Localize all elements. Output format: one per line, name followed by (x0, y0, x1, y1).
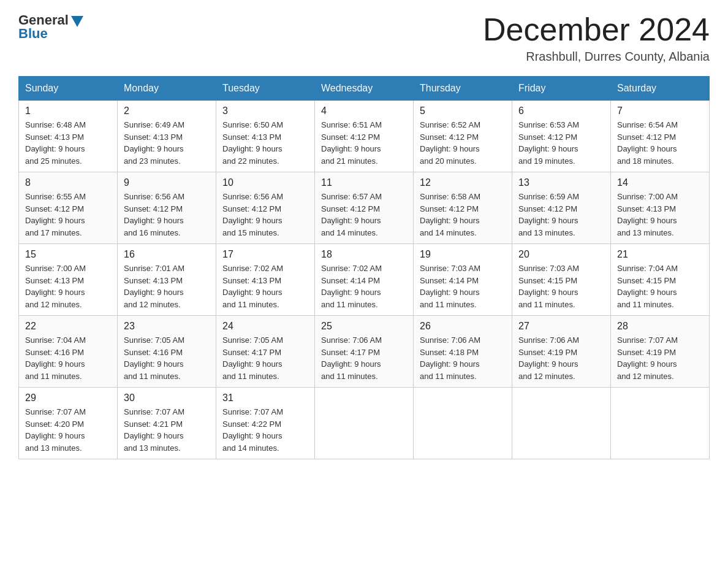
day-info: Sunrise: 6:49 AM Sunset: 4:13 PM Dayligh… (124, 119, 210, 167)
calendar-week-row: 1 Sunrise: 6:48 AM Sunset: 4:13 PM Dayli… (19, 101, 710, 172)
day-info: Sunrise: 6:52 AM Sunset: 4:12 PM Dayligh… (420, 119, 506, 167)
calendar-day-cell: 9 Sunrise: 6:56 AM Sunset: 4:12 PM Dayli… (118, 172, 216, 244)
calendar-day-cell: 23 Sunrise: 7:05 AM Sunset: 4:16 PM Dayl… (118, 316, 216, 388)
calendar-day-cell: 28 Sunrise: 7:07 AM Sunset: 4:19 PM Dayl… (611, 316, 710, 388)
column-header-sunday: Sunday (19, 77, 118, 101)
calendar-day-cell: 5 Sunrise: 6:52 AM Sunset: 4:12 PM Dayli… (414, 101, 512, 172)
calendar-day-cell: 3 Sunrise: 6:50 AM Sunset: 4:13 PM Dayli… (216, 101, 315, 172)
calendar-week-row: 29 Sunrise: 7:07 AM Sunset: 4:20 PM Dayl… (19, 388, 710, 459)
calendar-week-row: 15 Sunrise: 7:00 AM Sunset: 4:13 PM Dayl… (19, 244, 710, 316)
day-info: Sunrise: 6:59 AM Sunset: 4:12 PM Dayligh… (518, 191, 604, 239)
empty-cell (315, 388, 414, 459)
day-info: Sunrise: 7:04 AM Sunset: 4:15 PM Dayligh… (617, 262, 703, 310)
day-number: 4 (321, 105, 407, 117)
day-info: Sunrise: 6:51 AM Sunset: 4:12 PM Dayligh… (321, 119, 407, 167)
column-header-saturday: Saturday (611, 77, 710, 101)
day-info: Sunrise: 7:07 AM Sunset: 4:19 PM Dayligh… (617, 334, 703, 382)
day-number: 14 (617, 177, 703, 188)
title-block: December 2024 Rrashbull, Durres County, … (483, 12, 710, 64)
day-number: 28 (617, 321, 703, 332)
column-header-tuesday: Tuesday (216, 77, 315, 101)
day-number: 31 (222, 393, 308, 404)
calendar-day-cell: 4 Sunrise: 6:51 AM Sunset: 4:12 PM Dayli… (315, 101, 414, 172)
day-number: 11 (321, 177, 407, 188)
calendar-day-cell: 14 Sunrise: 7:00 AM Sunset: 4:13 PM Dayl… (611, 172, 710, 244)
day-number: 10 (222, 177, 308, 188)
day-number: 7 (617, 105, 703, 117)
calendar-day-cell: 21 Sunrise: 7:04 AM Sunset: 4:15 PM Dayl… (611, 244, 710, 316)
calendar-day-cell: 11 Sunrise: 6:57 AM Sunset: 4:12 PM Dayl… (315, 172, 414, 244)
calendar-day-cell: 7 Sunrise: 6:54 AM Sunset: 4:12 PM Dayli… (611, 101, 710, 172)
day-number: 20 (518, 249, 604, 260)
calendar-day-cell: 15 Sunrise: 7:00 AM Sunset: 4:13 PM Dayl… (19, 244, 118, 316)
day-number: 26 (420, 321, 506, 332)
calendar-day-cell: 22 Sunrise: 7:04 AM Sunset: 4:16 PM Dayl… (19, 316, 118, 388)
day-number: 22 (25, 321, 111, 332)
day-info: Sunrise: 7:03 AM Sunset: 4:14 PM Dayligh… (420, 262, 506, 310)
calendar-day-cell: 2 Sunrise: 6:49 AM Sunset: 4:13 PM Dayli… (118, 101, 216, 172)
day-info: Sunrise: 7:02 AM Sunset: 4:14 PM Dayligh… (321, 262, 407, 310)
day-number: 3 (222, 105, 308, 117)
day-info: Sunrise: 6:58 AM Sunset: 4:12 PM Dayligh… (420, 191, 506, 239)
day-number: 13 (518, 177, 604, 188)
day-info: Sunrise: 6:48 AM Sunset: 4:13 PM Dayligh… (25, 119, 111, 167)
day-info: Sunrise: 6:56 AM Sunset: 4:12 PM Dayligh… (222, 191, 308, 239)
page-header: General Blue December 2024 Rrashbull, Du… (18, 12, 710, 64)
calendar-day-cell: 29 Sunrise: 7:07 AM Sunset: 4:20 PM Dayl… (19, 388, 118, 459)
day-info: Sunrise: 7:07 AM Sunset: 4:22 PM Dayligh… (222, 406, 308, 454)
calendar-day-cell: 16 Sunrise: 7:01 AM Sunset: 4:13 PM Dayl… (118, 244, 216, 316)
day-number: 18 (321, 249, 407, 260)
month-title: December 2024 (483, 12, 710, 47)
day-info: Sunrise: 7:02 AM Sunset: 4:13 PM Dayligh… (222, 262, 308, 310)
day-info: Sunrise: 7:01 AM Sunset: 4:13 PM Dayligh… (124, 262, 210, 310)
day-number: 8 (25, 177, 111, 188)
calendar-table: SundayMondayTuesdayWednesdayThursdayFrid… (18, 76, 710, 459)
day-info: Sunrise: 7:05 AM Sunset: 4:16 PM Dayligh… (124, 334, 210, 382)
empty-cell (611, 388, 710, 459)
day-info: Sunrise: 7:07 AM Sunset: 4:20 PM Dayligh… (25, 406, 111, 454)
calendar-day-cell: 31 Sunrise: 7:07 AM Sunset: 4:22 PM Dayl… (216, 388, 315, 459)
column-header-wednesday: Wednesday (315, 77, 414, 101)
day-number: 9 (124, 177, 210, 188)
day-info: Sunrise: 7:00 AM Sunset: 4:13 PM Dayligh… (617, 191, 703, 239)
day-info: Sunrise: 7:06 AM Sunset: 4:19 PM Dayligh… (518, 334, 604, 382)
day-info: Sunrise: 6:57 AM Sunset: 4:12 PM Dayligh… (321, 191, 407, 239)
day-info: Sunrise: 7:07 AM Sunset: 4:21 PM Dayligh… (124, 406, 210, 454)
calendar-header-row: SundayMondayTuesdayWednesdayThursdayFrid… (19, 77, 710, 101)
day-info: Sunrise: 6:56 AM Sunset: 4:12 PM Dayligh… (124, 191, 210, 239)
day-number: 29 (25, 393, 111, 404)
day-info: Sunrise: 7:05 AM Sunset: 4:17 PM Dayligh… (222, 334, 308, 382)
empty-cell (512, 388, 611, 459)
day-number: 17 (222, 249, 308, 260)
calendar-day-cell: 8 Sunrise: 6:55 AM Sunset: 4:12 PM Dayli… (19, 172, 118, 244)
day-number: 23 (124, 321, 210, 332)
calendar-day-cell: 30 Sunrise: 7:07 AM Sunset: 4:21 PM Dayl… (118, 388, 216, 459)
column-header-friday: Friday (512, 77, 611, 101)
day-info: Sunrise: 7:03 AM Sunset: 4:15 PM Dayligh… (518, 262, 604, 310)
column-header-monday: Monday (118, 77, 216, 101)
day-number: 12 (420, 177, 506, 188)
calendar-day-cell: 27 Sunrise: 7:06 AM Sunset: 4:19 PM Dayl… (512, 316, 611, 388)
calendar-day-cell: 24 Sunrise: 7:05 AM Sunset: 4:17 PM Dayl… (216, 316, 315, 388)
day-number: 15 (25, 249, 111, 260)
calendar-day-cell: 20 Sunrise: 7:03 AM Sunset: 4:15 PM Dayl… (512, 244, 611, 316)
day-number: 1 (25, 105, 111, 117)
day-number: 5 (420, 105, 506, 117)
calendar-day-cell: 18 Sunrise: 7:02 AM Sunset: 4:14 PM Dayl… (315, 244, 414, 316)
day-info: Sunrise: 6:50 AM Sunset: 4:13 PM Dayligh… (222, 119, 308, 167)
calendar-day-cell: 12 Sunrise: 6:58 AM Sunset: 4:12 PM Dayl… (414, 172, 512, 244)
day-number: 6 (518, 105, 604, 117)
day-number: 27 (518, 321, 604, 332)
calendar-day-cell: 10 Sunrise: 6:56 AM Sunset: 4:12 PM Dayl… (216, 172, 315, 244)
logo: General Blue (18, 12, 83, 42)
calendar-day-cell: 25 Sunrise: 7:06 AM Sunset: 4:17 PM Dayl… (315, 316, 414, 388)
day-info: Sunrise: 6:55 AM Sunset: 4:12 PM Dayligh… (25, 191, 111, 239)
logo-blue-text: Blue (18, 26, 48, 42)
day-number: 30 (124, 393, 210, 404)
calendar-day-cell: 6 Sunrise: 6:53 AM Sunset: 4:12 PM Dayli… (512, 101, 611, 172)
day-number: 25 (321, 321, 407, 332)
logo-arrow-icon (71, 16, 83, 27)
day-info: Sunrise: 7:00 AM Sunset: 4:13 PM Dayligh… (25, 262, 111, 310)
calendar-day-cell: 17 Sunrise: 7:02 AM Sunset: 4:13 PM Dayl… (216, 244, 315, 316)
location-title: Rrashbull, Durres County, Albania (483, 50, 710, 64)
